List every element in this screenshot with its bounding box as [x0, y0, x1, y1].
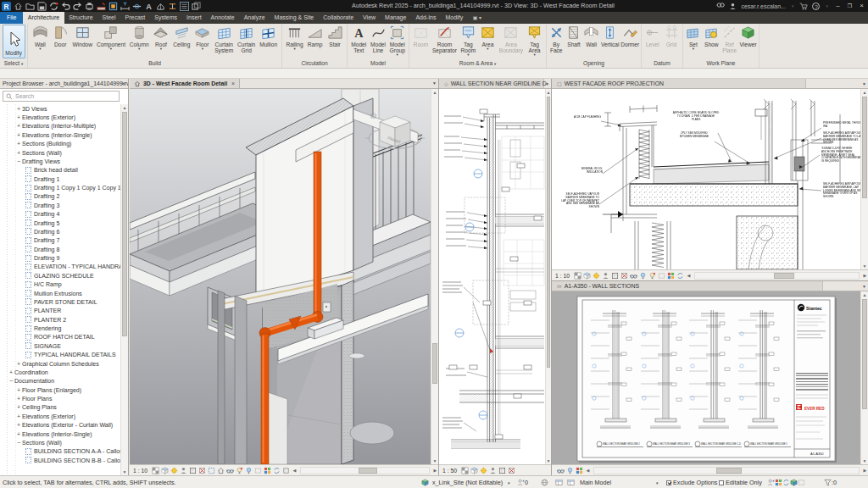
aligned-dimension-icon[interactable] [120, 2, 130, 11]
colored-grid-icon[interactable] [264, 467, 271, 474]
tab-list-arrow[interactable]: ▼ [432, 80, 437, 86]
text-icon[interactable] [144, 2, 153, 11]
Insert[interactable]: Insert [182, 12, 207, 24]
crop-icon[interactable] [189, 467, 197, 474]
render-icon[interactable] [602, 272, 609, 280]
tree-item[interactable]: +Floor Plans [0, 394, 121, 402]
fine-lines-icon[interactable] [574, 272, 581, 280]
Area[interactable]: Area Boundary [499, 25, 523, 53]
wall-section-header[interactable]: ◇WALL SECTION NEAR GRIDLINE D ▼ [439, 79, 551, 89]
Curtain[interactable]: Curtain Grid [237, 25, 255, 53]
Roof[interactable]: Roof ▾ [153, 25, 169, 51]
home-icon[interactable] [14, 2, 23, 11]
horizontal-scrollbar[interactable] [593, 467, 860, 474]
tree-item[interactable]: Brick head detail [0, 166, 121, 175]
glasses-icon[interactable] [226, 467, 234, 474]
horizontal-scrollbar[interactable] [300, 467, 430, 474]
Door[interactable]: Door [53, 25, 69, 47]
tree-item[interactable]: +Elevations (Exterior - Curtain Wall) [0, 421, 121, 430]
crop-edit-icon[interactable] [208, 467, 215, 474]
scale-value[interactable]: 1 : 10 [555, 273, 570, 279]
crop-hide-icon[interactable] [508, 467, 515, 474]
Dormer[interactable]: Dormer [620, 25, 639, 47]
undo-icon[interactable] [61, 2, 70, 11]
tree-item[interactable]: Rendering [0, 324, 121, 332]
crop-icon[interactable] [498, 467, 506, 474]
tree-item[interactable]: −Drafting Views [0, 157, 121, 165]
swap-icon[interactable] [273, 467, 281, 474]
Show[interactable]: Show [704, 25, 720, 47]
tree-item[interactable]: Mullion Extrusions [0, 289, 121, 297]
tab-list-arrow[interactable]: ▼ [862, 79, 866, 89]
glasses-icon[interactable] [557, 467, 565, 474]
globe-icon[interactable] [541, 476, 548, 488]
vertical-scrollbar[interactable]: ▲▼ [860, 89, 868, 269]
Massing & Site[interactable]: Massing & Site [270, 12, 319, 24]
Add-Ins[interactable]: Add-Ins [411, 12, 441, 24]
tree-item[interactable]: −Sections (Wall) [0, 438, 121, 446]
Model[interactable]: Model Group ▾ [389, 25, 405, 57]
wall-section-drawing[interactable] [439, 89, 545, 464]
tree-item[interactable]: Drafting 1 Copy 1 Copy 1 Copy 1 [0, 183, 121, 191]
crop-hide-icon[interactable] [198, 467, 206, 474]
reveal-hidden-icon[interactable] [566, 467, 574, 474]
Mullion[interactable]: Mullion [259, 25, 277, 47]
Viewer[interactable]: Viewer [740, 25, 757, 47]
scale-value[interactable]: 1 : 50 [442, 468, 457, 474]
tree-item[interactable]: Drafting 6 [0, 227, 121, 236]
view-tab-active[interactable]: 3D - West Facade Room Detail× [130, 79, 240, 88]
save-icon[interactable] [37, 2, 47, 11]
workset-icon[interactable]: 0 [517, 476, 528, 488]
visual-style-icon[interactable] [583, 272, 591, 280]
house-icon[interactable] [217, 467, 225, 474]
File[interactable]: File [0, 12, 23, 24]
Level[interactable]: Level [644, 25, 660, 47]
Architecture[interactable]: Architecture [23, 12, 64, 24]
tree-item[interactable]: BUILDING SECTION A-A - Callout [0, 447, 121, 456]
sheet-view[interactable]: Stantec EVER RED A1-A350 [552, 291, 860, 464]
fine-lines-icon[interactable] [152, 467, 159, 474]
print-icon[interactable] [85, 2, 94, 11]
tree-item[interactable]: +3D Views [0, 104, 121, 113]
tree-item[interactable]: +Floor Plans (Enlarged) [0, 385, 121, 394]
tree-item[interactable]: Drafting 1 [0, 175, 121, 183]
user-menu-arrow[interactable]: ▾ [792, 3, 794, 8]
tab-list-arrow[interactable]: ▼ [862, 281, 866, 291]
colored-grid-icon[interactable] [667, 272, 675, 280]
Curtain[interactable]: Curtain System [214, 25, 233, 53]
dropdown-arrow[interactable]: ▾ [506, 476, 512, 488]
Area[interactable]: Area ▾ [480, 25, 496, 51]
View[interactable]: View [359, 12, 381, 24]
Grid[interactable]: Grid [664, 25, 680, 47]
tree-item[interactable]: SIGNAGE [0, 341, 121, 350]
roof-drawing[interactable]: ACM CAP FLASHING MINERAL WOOL INSULATION… [552, 89, 860, 269]
section-icon[interactable] [132, 2, 142, 11]
Shaft[interactable]: Shaft [565, 25, 581, 47]
tree-item[interactable]: Drafting 5 [0, 219, 121, 227]
reveal-hidden-icon[interactable] [245, 467, 253, 474]
By[interactable]: By Face [548, 25, 565, 53]
tree-item[interactable]: +Elevations (Exterior) [0, 113, 121, 121]
tree-item[interactable]: ELEVATION - TYPICAL HANDRAIL [0, 263, 121, 271]
tree-item[interactable]: +Sections (Building) [0, 140, 121, 148]
tree-item[interactable]: PLANTER 2 [0, 315, 121, 324]
close-button[interactable]: × [858, 0, 865, 12]
vertical-scrollbar[interactable]: ▲▼ [860, 291, 868, 464]
revit-logo-icon[interactable] [2, 2, 11, 11]
sun-icon[interactable] [480, 467, 487, 474]
sun-icon[interactable] [593, 272, 600, 280]
tree-item[interactable]: +Elevations (Interior-Multiple) [0, 122, 121, 130]
search-icon[interactable] [716, 2, 725, 10]
tree-item[interactable]: +Elevations (Interior-Single) [0, 130, 121, 139]
Ramp[interactable]: Ramp [307, 25, 323, 47]
tree-item[interactable]: +Elevations (Exterior) [0, 412, 121, 420]
active-link[interactable]: x_Link_Site (Not Editable) [432, 476, 503, 488]
Steel[interactable]: Steel [97, 12, 120, 24]
visual-style-icon[interactable] [470, 467, 478, 474]
tree-item[interactable]: Drafting 3 [0, 201, 121, 209]
tree-item[interactable]: Drafting 9 [0, 253, 121, 262]
dropdown-arrow[interactable]: ▾ [654, 476, 660, 488]
tree-item[interactable]: +Ceiling Plans [0, 403, 121, 412]
ribbon-display-toggle[interactable]: ▣ ▾ [473, 12, 481, 24]
user-icon[interactable] [729, 3, 737, 10]
